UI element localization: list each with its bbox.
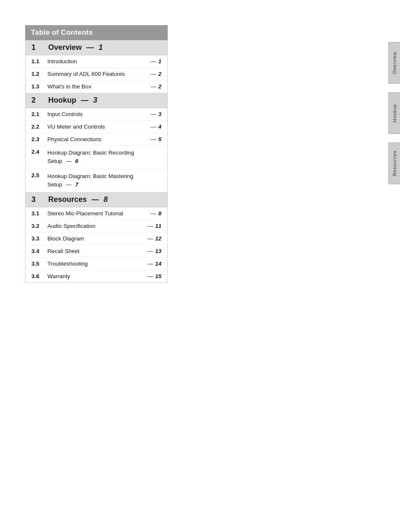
- page-container: Table of Contents 1 Overview — 1 1.1 Int…: [0, 0, 400, 532]
- item-num-1-1: 1.1: [31, 58, 47, 65]
- section-3-num: 3: [31, 195, 40, 204]
- item-page-3-2: 11: [155, 223, 161, 229]
- section-2-num: 2: [31, 96, 40, 105]
- section-3-title: Resources — 8: [48, 195, 108, 204]
- toc-item-3-4[interactable]: 3.4 Recall Sheet — 13: [26, 245, 167, 258]
- item-page-1-2: 2: [158, 71, 161, 77]
- toc-item-1-1[interactable]: 1.1 Introduction — 1: [26, 55, 167, 68]
- sidebar-tab-resources[interactable]: Resources: [388, 142, 400, 184]
- item-page-2-2: 4: [158, 124, 161, 130]
- toc-item-3-2[interactable]: 3.2 Audio Specification — 11: [26, 220, 167, 232]
- item-num-2-2: 2.2: [31, 124, 47, 130]
- toc-item-3-6[interactable]: 3.6 Warranty — 15: [26, 270, 167, 282]
- item-num-2-1: 2.1: [31, 111, 47, 117]
- section-2-title: Hookup — 3: [48, 96, 97, 105]
- item-title-1-2: Summary of ADL 600 Features: [47, 71, 148, 77]
- item-num-1-2: 1.2: [31, 71, 47, 77]
- sidebar-tab-resources-label: Resources: [392, 150, 397, 176]
- item-title-2-1: Input Controls: [47, 111, 148, 117]
- toc-item-2-1[interactable]: 2.1 Input Controls — 3: [26, 108, 167, 121]
- item-title-3-2: Audio Specification: [47, 223, 145, 229]
- item-page-1-1: 1: [158, 58, 161, 65]
- sidebar-tab-overview-label: Overview: [392, 52, 397, 74]
- toc-item-1-2[interactable]: 1.2 Summary of ADL 600 Features — 2: [26, 68, 167, 80]
- section-1-num: 1: [31, 43, 40, 52]
- right-sidebar: Overview Hookup Resources: [383, 0, 400, 532]
- toc-item-2-3[interactable]: 2.3 Physical Connections — 5: [26, 133, 167, 146]
- item-title-3-3: Block Diagram: [47, 235, 145, 242]
- toc-item-2-2[interactable]: 2.2 VU Meter and Controls — 4: [26, 121, 167, 133]
- item-num-3-5: 3.5: [31, 261, 47, 267]
- item-num-2-4: 2.4: [31, 149, 47, 155]
- toc-item-3-1[interactable]: 3.1 Stereo Mic-Placement Tutorial — 8: [26, 207, 167, 220]
- item-title-2-3: Physical Connections: [47, 136, 148, 142]
- item-page-3-6: 15: [155, 273, 161, 279]
- item-title-1-3: What's in the Box: [47, 83, 148, 90]
- item-page-3-1: 8: [158, 210, 161, 217]
- item-num-3-3: 3.3: [31, 235, 47, 242]
- item-page-2-3: 5: [158, 136, 161, 142]
- section-3-header[interactable]: 3 Resources — 8: [26, 192, 167, 207]
- item-num-3-4: 3.4: [31, 248, 47, 254]
- toc-header: Table of Contents: [25, 25, 168, 40]
- section-1-title: Overview — 1: [48, 43, 103, 52]
- item-title-2-5: Hookup Diagram: Basic MasteringSetup — 7: [47, 172, 161, 189]
- item-num-2-5: 2.5: [31, 172, 47, 178]
- item-page-3-4: 13: [155, 248, 161, 254]
- section-2-header[interactable]: 2 Hookup — 3: [26, 93, 167, 108]
- item-title-3-1: Stereo Mic-Placement Tutorial: [47, 210, 148, 217]
- sidebar-tab-hookup-label: Hookup: [392, 104, 397, 122]
- item-title-2-4: Hookup Diagram: Basic RecordingSetup — 6: [47, 149, 161, 166]
- item-num-3-6: 3.6: [31, 273, 47, 279]
- item-page-2-1: 3: [158, 111, 161, 117]
- toc-item-1-3[interactable]: 1.3 What's in the Box — 2: [26, 80, 167, 93]
- item-page-3-5: 14: [155, 261, 161, 267]
- item-page-3-3: 12: [155, 235, 161, 242]
- item-num-3-2: 3.2: [31, 223, 47, 229]
- item-page-1-3: 2: [158, 83, 161, 90]
- toc-item-3-3[interactable]: 3.3 Block Diagram — 12: [26, 232, 167, 245]
- item-title-3-5: Troubleshooting: [47, 261, 145, 267]
- toc-item-2-4[interactable]: 2.4 Hookup Diagram: Basic RecordingSetup…: [26, 146, 167, 169]
- item-num-1-3: 1.3: [31, 83, 47, 90]
- main-content: Table of Contents 1 Overview — 1 1.1 Int…: [0, 0, 344, 532]
- toc-body: 1 Overview — 1 1.1 Introduction — 1 1.2 …: [25, 40, 168, 283]
- item-title-2-2: VU Meter and Controls: [47, 124, 148, 130]
- sidebar-tab-overview[interactable]: Overview: [388, 42, 400, 84]
- item-title-3-6: Warranty: [47, 273, 145, 279]
- toc-item-2-5[interactable]: 2.5 Hookup Diagram: Basic MasteringSetup…: [26, 169, 167, 193]
- item-title-1-1: Introduction: [47, 58, 148, 65]
- toc-title: Table of Contents: [31, 28, 93, 36]
- section-1-header[interactable]: 1 Overview — 1: [26, 40, 167, 55]
- item-num-3-1: 3.1: [31, 210, 47, 217]
- item-num-2-3: 2.3: [31, 136, 47, 142]
- item-title-3-4: Recall Sheet: [47, 248, 145, 254]
- sidebar-tab-hookup[interactable]: Hookup: [388, 92, 400, 134]
- toc-item-3-5[interactable]: 3.5 Troubleshooting — 14: [26, 258, 167, 270]
